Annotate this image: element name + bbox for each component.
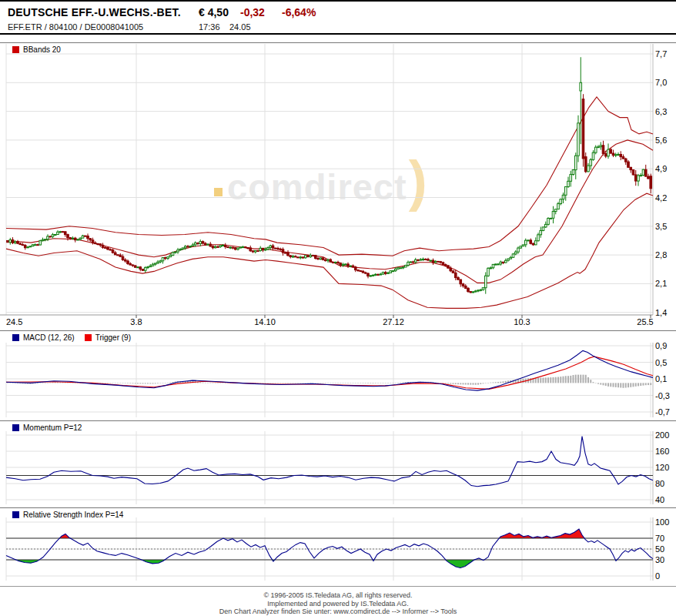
svg-text:14.10: 14.10: [254, 317, 276, 326]
footer-analyzer-hint: Den Chart Analyzer finden Sie unter: www…: [0, 608, 676, 616]
rsi-legend-label: Relative Strength Index P=14: [23, 511, 123, 519]
bbands-legend-swatch-icon: [12, 46, 19, 53]
bbands-legend-label: BBands 20: [23, 45, 61, 54]
svg-text:50: 50: [655, 544, 664, 554]
svg-text:0,5: 0,5: [655, 358, 667, 367]
macd-legend-label: MACD (12, 26): [23, 333, 75, 342]
svg-text:0: 0: [655, 571, 660, 581]
svg-text:27.12: 27.12: [383, 317, 404, 326]
footer-powered-by: Implemented and powered by IS.Teledata A…: [0, 600, 676, 608]
legend-rsi: Relative Strength Index P=14: [12, 511, 123, 519]
svg-text:40: 40: [655, 495, 664, 504]
momentum-legend-swatch-icon: [12, 424, 19, 431]
svg-text:-0,7: -0,7: [655, 407, 670, 417]
svg-text:25.5: 25.5: [637, 317, 653, 326]
legend-momentum: Momentum P=12: [12, 424, 82, 432]
svg-text:5,6: 5,6: [655, 136, 667, 145]
svg-text:4,2: 4,2: [655, 193, 667, 203]
svg-text:30: 30: [655, 555, 664, 564]
svg-text:7,0: 7,0: [655, 78, 667, 87]
footer: © 1996-2005 IS.Teledata AG, all rights r…: [0, 591, 676, 616]
rsi-legend-swatch-icon: [12, 511, 19, 518]
svg-text:0,9: 0,9: [655, 341, 667, 350]
trigger-legend-swatch-icon: [85, 334, 92, 341]
trigger-legend-label: Trigger (9): [95, 333, 131, 342]
chart-page: DEUTSCHE EFF.-U.WECHS.-BET. € 4,50 -0,32…: [0, 0, 676, 616]
svg-text:1,4: 1,4: [655, 308, 667, 317]
svg-text:80: 80: [655, 479, 664, 488]
macd-legend-swatch-icon: [12, 334, 19, 341]
legend-bbands: BBands 20: [12, 45, 61, 54]
svg-text:160: 160: [655, 447, 669, 456]
svg-text:2,8: 2,8: [655, 250, 667, 259]
svg-text:3.8: 3.8: [130, 317, 142, 326]
svg-text:7,7: 7,7: [655, 49, 667, 59]
svg-text:6,3: 6,3: [655, 107, 667, 116]
svg-text:70: 70: [655, 534, 664, 543]
svg-text:0,1: 0,1: [655, 374, 667, 383]
svg-text:3,5: 3,5: [655, 222, 667, 231]
svg-text:-0,3: -0,3: [655, 391, 670, 400]
chart-canvas: 7,77,06,35,64,94,23,52,82,11,424.53.814.…: [0, 2, 676, 616]
svg-text:10.3: 10.3: [514, 317, 530, 326]
footer-copyright: © 1996-2005 IS.Teledata AG, all rights r…: [0, 591, 676, 600]
svg-text:4,9: 4,9: [655, 164, 667, 173]
svg-text:200: 200: [655, 430, 669, 440]
svg-text:100: 100: [655, 517, 669, 527]
svg-text:120: 120: [655, 463, 669, 472]
svg-text:24.5: 24.5: [6, 317, 22, 326]
svg-text:2,1: 2,1: [655, 279, 667, 288]
legend-macd: MACD (12, 26) Trigger (9): [12, 333, 131, 342]
momentum-legend-label: Momentum P=12: [23, 424, 82, 432]
